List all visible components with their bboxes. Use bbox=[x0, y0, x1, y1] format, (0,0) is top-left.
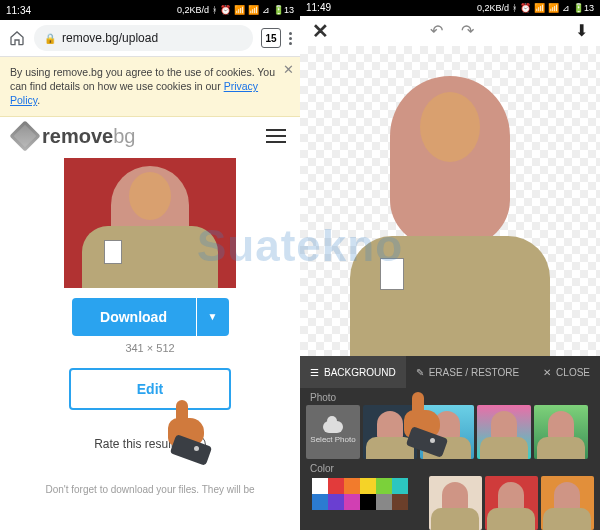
bluetooth-icon: ᚼ bbox=[512, 3, 517, 13]
select-photo-button[interactable]: Select Photo bbox=[306, 405, 360, 459]
bg-thumb-color-1[interactable] bbox=[429, 476, 482, 530]
section-label-color: Color bbox=[300, 459, 600, 476]
download-icon[interactable]: ⬇︎ bbox=[575, 21, 588, 40]
color-swatch[interactable] bbox=[392, 494, 408, 510]
download-dropdown[interactable]: ▼ bbox=[197, 298, 229, 336]
signal-icon-2: 📶 bbox=[248, 5, 259, 15]
alarm-icon: ⏰ bbox=[220, 5, 231, 15]
color-swatches bbox=[306, 476, 426, 516]
image-preview bbox=[64, 158, 236, 288]
brand-logo-group[interactable]: removebg bbox=[14, 125, 135, 148]
color-swatch[interactable] bbox=[376, 494, 392, 510]
redo-icon[interactable]: ↷ bbox=[461, 21, 474, 40]
url-text: remove.bg/upload bbox=[62, 31, 158, 45]
subject-cutout bbox=[345, 66, 555, 356]
status-time: 11:34 bbox=[6, 5, 31, 16]
eraser-icon: ✎ bbox=[416, 367, 424, 378]
signal-icon-2: 📶 bbox=[548, 3, 559, 13]
brand-row: removebg bbox=[0, 117, 300, 154]
battery-icon: 🔋13 bbox=[573, 3, 594, 13]
close-icon: ✕ bbox=[543, 367, 551, 378]
browser-address-bar: 🔒 remove.bg/upload 15 bbox=[0, 20, 300, 57]
cookie-banner: By using remove.bg you agree to the use … bbox=[0, 57, 300, 117]
color-swatch[interactable] bbox=[376, 478, 392, 494]
bg-thumb-2[interactable] bbox=[420, 405, 474, 459]
layers-icon: ☰ bbox=[310, 367, 319, 378]
status-net: 0,2KB/d bbox=[177, 5, 209, 15]
color-swatch[interactable] bbox=[392, 478, 408, 494]
home-icon[interactable] bbox=[8, 29, 26, 47]
photo-thumbnails: Select Photo bbox=[300, 405, 600, 459]
status-bar: 11:49 0,2KB/d ᚼ ⏰ 📶 📶 ⊿ 🔋13 bbox=[300, 0, 600, 16]
close-icon[interactable]: ✕ bbox=[312, 19, 329, 43]
subject-person bbox=[75, 168, 225, 288]
close-icon[interactable]: ✕ bbox=[283, 61, 294, 79]
signal-icon: 📶 bbox=[234, 5, 245, 15]
editor-panel: ☰ BACKGROUND ✎ ERASE / RESTORE ✕ CLOSE P… bbox=[300, 356, 600, 530]
bg-thumb-4[interactable] bbox=[534, 405, 588, 459]
wifi-icon: ⊿ bbox=[562, 3, 570, 13]
status-bar: 11:34 0,2KB/d ᚼ ⏰ 📶 📶 ⊿ 🔋13 bbox=[0, 0, 300, 20]
wifi-icon: ⊿ bbox=[262, 5, 270, 15]
bg-thumb-color-3[interactable] bbox=[541, 476, 594, 530]
bg-thumb-3[interactable] bbox=[477, 405, 531, 459]
image-dimensions: 341 × 512 bbox=[0, 342, 300, 354]
color-swatch[interactable] bbox=[312, 494, 328, 510]
smiley-icon[interactable] bbox=[184, 434, 206, 456]
editor-toolbar: ✕ ↶ ↷ ⬇︎ bbox=[300, 16, 600, 46]
color-swatch[interactable] bbox=[328, 494, 344, 510]
bg-thumb-color-2[interactable] bbox=[485, 476, 538, 530]
signal-icon: 📶 bbox=[534, 3, 545, 13]
alarm-icon: ⏰ bbox=[520, 3, 531, 13]
status-right: 0,2KB/d ᚼ ⏰ 📶 📶 ⊿ 🔋13 bbox=[477, 3, 594, 13]
tab-erase-restore[interactable]: ✎ ERASE / RESTORE bbox=[406, 356, 529, 388]
edit-button[interactable]: Edit bbox=[69, 368, 231, 410]
status-net: 0,2KB/d bbox=[477, 3, 509, 13]
panel-tabs: ☰ BACKGROUND ✎ ERASE / RESTORE ✕ CLOSE bbox=[300, 356, 600, 388]
download-button[interactable]: Download bbox=[72, 298, 196, 336]
color-row bbox=[300, 476, 600, 530]
status-right: 0,2KB/d ᚼ ⏰ 📶 📶 ⊿ 🔋13 bbox=[177, 5, 294, 15]
url-field[interactable]: 🔒 remove.bg/upload bbox=[34, 25, 253, 51]
color-swatch[interactable] bbox=[344, 494, 360, 510]
bluetooth-icon: ᚼ bbox=[212, 5, 217, 15]
brand-text: removebg bbox=[42, 125, 135, 148]
tab-count[interactable]: 15 bbox=[261, 28, 281, 48]
color-swatch[interactable] bbox=[360, 478, 376, 494]
tab-background[interactable]: ☰ BACKGROUND bbox=[300, 356, 406, 388]
menu-icon[interactable] bbox=[289, 32, 292, 45]
editor-canvas[interactable] bbox=[300, 46, 600, 356]
lock-icon: 🔒 bbox=[44, 33, 56, 44]
section-label-photo: Photo bbox=[300, 388, 600, 405]
color-swatch[interactable] bbox=[328, 478, 344, 494]
battery-icon: 🔋13 bbox=[273, 5, 294, 15]
cloud-upload-icon bbox=[323, 421, 343, 433]
download-row: Download ▼ bbox=[72, 298, 229, 336]
color-swatch[interactable] bbox=[360, 494, 376, 510]
tab-close[interactable]: ✕ CLOSE bbox=[533, 356, 600, 388]
color-swatch[interactable] bbox=[344, 478, 360, 494]
color-swatch[interactable] bbox=[312, 478, 328, 494]
right-phone: 11:49 0,2KB/d ᚼ ⏰ 📶 📶 ⊿ 🔋13 ✕ ↶ ↷ ⬇︎ bbox=[300, 0, 600, 530]
left-phone: 11:34 0,2KB/d ᚼ ⏰ 📶 📶 ⊿ 🔋13 🔒 remove.bg/… bbox=[0, 0, 300, 530]
footnote: Don't forget to download your files. The… bbox=[0, 484, 300, 495]
hamburger-icon[interactable] bbox=[266, 129, 286, 143]
undo-icon[interactable]: ↶ bbox=[430, 21, 443, 40]
brand-logo-icon bbox=[9, 120, 40, 151]
status-time: 11:49 bbox=[306, 2, 331, 13]
bg-thumb-1[interactable] bbox=[363, 405, 417, 459]
rate-row: Rate this result: bbox=[0, 434, 300, 456]
